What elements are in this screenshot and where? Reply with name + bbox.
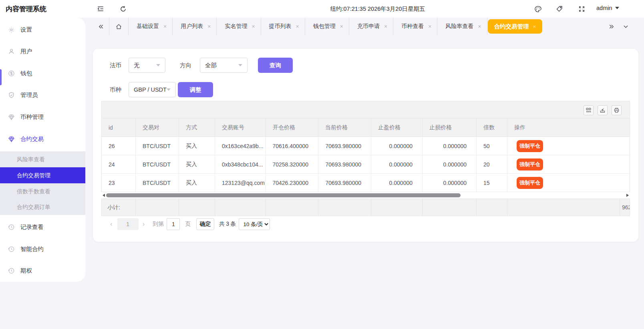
cell-id: 26 — [102, 137, 135, 155]
sidebar-item-wallet[interactable]: 钱包 — [0, 65, 85, 81]
sidebar-item-smart-contract[interactable]: 智能合约 — [0, 241, 85, 257]
tab-wallet-manage[interactable]: 钱包管理× — [305, 18, 349, 35]
tabs-scroll-left-button[interactable] — [93, 18, 109, 35]
tab-contract-trade-manage-active[interactable]: 合约交易管理× — [488, 19, 543, 34]
sidebar-item-contract-trading[interactable]: 合约交易 — [0, 131, 85, 147]
direction-label: 方向 — [180, 62, 191, 69]
prev-page-icon[interactable]: ‹ — [110, 220, 113, 228]
col-stop-loss: 止损价格 — [422, 118, 476, 136]
tab-close-icon[interactable]: × — [252, 24, 255, 29]
sidebar-item-admins[interactable]: 管理员 — [0, 87, 85, 103]
cell-stop-loss: 0.000000 — [422, 155, 476, 173]
cell-pair: BTC/USDT — [135, 137, 179, 155]
tab-close-icon[interactable]: × — [207, 24, 211, 29]
force-close-button[interactable]: 强制平仓 — [517, 140, 543, 152]
cell-id: 24 — [102, 155, 135, 173]
gear-icon — [8, 26, 15, 33]
columns-filter-icon[interactable] — [584, 105, 594, 115]
refresh-icon[interactable] — [119, 4, 127, 13]
gem-icon — [8, 114, 15, 120]
theme-palette-icon[interactable] — [533, 4, 542, 13]
tab-label: 基础设置 — [137, 23, 159, 30]
sidebar-item-settings[interactable]: 设置 — [0, 22, 85, 38]
tabs-menu-button[interactable] — [617, 18, 634, 35]
col-actions: 操作 — [507, 118, 630, 136]
tab-close-icon[interactable]: × — [296, 24, 299, 29]
user-menu[interactable]: admin — [596, 5, 619, 11]
tab-deposit-apply[interactable]: 充币申请× — [349, 18, 393, 35]
total-count: 共 3 条 — [219, 221, 235, 228]
tab-withdraw-list[interactable]: 提币列表× — [261, 18, 305, 35]
table-row: 26 BTC/USDT 买入 0x163ce42a9b... 70616.400… — [102, 137, 630, 155]
col-side: 方式 — [179, 118, 215, 136]
sidebar-item-record-view[interactable]: 记录查看 — [0, 219, 85, 235]
tab-coin-view[interactable]: 币种查看× — [393, 18, 437, 35]
cell-stop-loss: 0.000000 — [422, 174, 476, 192]
sidebar-item-label: 用户 — [20, 48, 32, 55]
tab-label: 合约交易管理 — [494, 23, 529, 30]
tab-close-icon[interactable]: × — [478, 24, 481, 29]
tab-realname-manage[interactable]: 实名管理× — [217, 18, 261, 35]
adjust-button[interactable]: 调整 — [178, 82, 213, 97]
sidebar-subitem-multiplier-lots-view[interactable]: 倍数手数查看 — [0, 183, 85, 199]
filter-row-1: 法币 无 方向 全部 查询 — [110, 58, 293, 73]
search-button[interactable]: 查询 — [258, 58, 293, 73]
tab-home[interactable] — [109, 18, 129, 35]
print-icon[interactable] — [612, 105, 622, 115]
cell-id: 23 — [102, 174, 135, 192]
pagination: ‹ 1 › 到第 页 确定 共 3 条 10 条/页 — [110, 216, 270, 232]
tab-close-icon[interactable]: × — [533, 24, 536, 30]
fiat-select[interactable]: 无 — [129, 58, 165, 73]
sidebar-item-label: 智能合约 — [20, 245, 44, 253]
confirm-page-button[interactable]: 确定 — [196, 218, 214, 230]
export-icon[interactable] — [598, 105, 608, 115]
fullscreen-icon[interactable] — [577, 4, 586, 13]
tab-close-icon[interactable]: × — [428, 24, 431, 29]
cell-side: 买入 — [179, 174, 215, 192]
cell-account: 123123@qq.com — [215, 174, 266, 192]
cell-current-price: 70693.980000 — [318, 174, 371, 192]
cell-account: 0xb348cbc104... — [215, 155, 266, 173]
subitem-label: 倍数手数查看 — [17, 188, 50, 195]
page-size-select[interactable]: 10 条/页 — [239, 218, 270, 230]
page-unit-label: 页 — [185, 221, 191, 228]
tag-icon[interactable] — [555, 4, 564, 13]
col-pair: 交易对 — [135, 118, 179, 136]
sidebar-item-label: 钱包 — [20, 70, 32, 77]
cell-actions: 强制平仓 — [507, 137, 630, 155]
gem-icon — [8, 136, 15, 142]
home-icon — [115, 23, 122, 30]
cell-pair: BTC/USDT — [135, 174, 179, 192]
tab-close-icon[interactable]: × — [163, 24, 167, 29]
scroll-left-arrow-icon[interactable] — [103, 194, 105, 197]
user-name: admin — [596, 5, 612, 11]
fiat-value: 无 — [134, 62, 140, 69]
sidebar-item-label: 记录查看 — [20, 223, 44, 231]
scroll-right-arrow-icon[interactable] — [626, 194, 629, 197]
coin-select[interactable]: GBP / USDT — [129, 82, 176, 97]
tab-risk-rate-view[interactable]: 风险率查看× — [437, 18, 487, 35]
next-page-icon[interactable]: › — [143, 220, 145, 228]
sidebar-subitem-contract-trade-orders[interactable]: 合约交易订单 — [0, 199, 85, 215]
force-close-button[interactable]: 强制平仓 — [517, 177, 543, 189]
cell-leverage: 15 — [476, 174, 507, 192]
topbar: 内容管理系统 纽约:07:21:35 2026年3月20日星期五 admin — [0, 0, 644, 18]
current-page[interactable]: 1 — [117, 218, 139, 230]
force-close-button[interactable]: 强制平仓 — [517, 158, 543, 171]
goto-page-input[interactable] — [167, 218, 180, 230]
coin-value: GBP / USDT — [134, 86, 167, 93]
tab-close-icon[interactable]: × — [384, 24, 387, 29]
sidebar-item-coin-management[interactable]: 币种管理 — [0, 109, 85, 125]
tab-user-list[interactable]: 用户列表× — [173, 18, 217, 35]
scrollbar-thumb[interactable] — [106, 193, 461, 197]
sidebar-item-users[interactable]: 用户 — [0, 43, 85, 59]
cell-leverage: 20 — [476, 155, 507, 173]
direction-value: 全部 — [205, 62, 217, 69]
tab-basic-settings[interactable]: 基础设置× — [129, 18, 173, 35]
sidebar-subitem-contract-trade-manage[interactable]: 合约交易管理 — [0, 167, 85, 183]
direction-select[interactable]: 全部 — [200, 58, 248, 73]
sidebar-collapse-icon[interactable] — [96, 4, 105, 13]
sidebar-subitem-risk-rate-view[interactable]: 风险率查看 — [0, 151, 85, 167]
sidebar-item-options[interactable]: 期权 — [0, 263, 85, 279]
tab-close-icon[interactable]: × — [340, 24, 343, 29]
